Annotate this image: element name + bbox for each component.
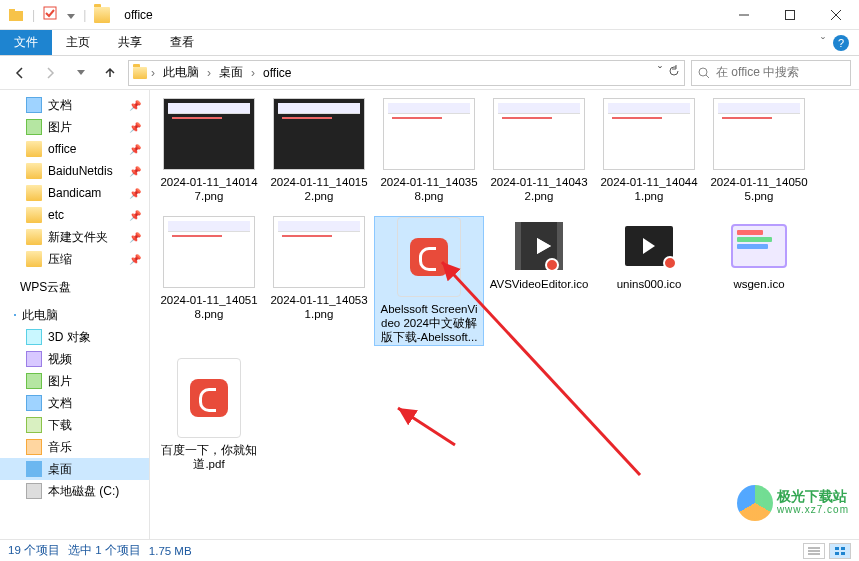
thumbnail (273, 216, 365, 288)
recent-dropdown[interactable] (68, 61, 92, 85)
sidebar-item[interactable]: 音乐 (0, 436, 149, 458)
sidebar-item[interactable]: 视频 (0, 348, 149, 370)
tab-home[interactable]: 主页 (52, 30, 104, 55)
file-label: 2024-01-11_140432.png (487, 174, 591, 204)
sidebar-item[interactable]: BaiduNetdis📌 (0, 160, 149, 182)
sidebar-item-label: 下载 (48, 417, 72, 434)
tab-share[interactable]: 共享 (104, 30, 156, 55)
file-pane[interactable]: 2024-01-11_140147.png2024-01-11_140152.p… (150, 90, 859, 539)
sidebar-item[interactable]: Bandicam📌 (0, 182, 149, 204)
sidebar-item-label: 3D 对象 (48, 329, 91, 346)
addr-folder-icon (133, 67, 147, 79)
sidebar-wps[interactable]: WPS云盘 (0, 276, 149, 298)
pdf-icon (177, 358, 241, 438)
svg-rect-4 (786, 10, 795, 19)
sidebar-item[interactable]: 文档📌 (0, 94, 149, 116)
thumbnail (603, 98, 695, 170)
folder-icon (26, 207, 42, 223)
item-icon (26, 461, 42, 477)
crumb-pc[interactable]: 此电脑 (159, 61, 203, 85)
sidebar-item-label: 压缩 (48, 251, 72, 268)
back-button[interactable] (8, 61, 32, 85)
pin-icon: 📌 (129, 100, 141, 111)
file-item[interactable]: 2024-01-11_140432.png (484, 98, 594, 204)
folder-icon (26, 185, 42, 201)
file-item[interactable]: 百度一下，你就知道.pdf (154, 358, 264, 472)
view-details-button[interactable] (803, 543, 825, 559)
pin-icon: 📌 (129, 122, 141, 133)
item-icon (26, 329, 42, 345)
qat-dropdown-icon[interactable] (65, 8, 75, 22)
minimize-button[interactable] (721, 0, 767, 30)
view-icons-button[interactable] (829, 543, 851, 559)
watermark: 极光下载站 www.xz7.com (737, 485, 849, 521)
sidebar-item[interactable]: 图片📌 (0, 116, 149, 138)
sidebar-item[interactable]: 文档 (0, 392, 149, 414)
close-button[interactable] (813, 0, 859, 30)
address-bar[interactable]: › 此电脑 › 桌面 › office ˇ (128, 60, 685, 86)
watermark-url: www.xz7.com (777, 503, 849, 517)
file-item[interactable]: 2024-01-11_140147.png (154, 98, 264, 204)
chevron-right-icon[interactable]: › (251, 66, 255, 80)
file-item[interactable]: 2024-01-11_140152.png (264, 98, 374, 204)
forward-button[interactable] (38, 61, 62, 85)
file-label: 2024-01-11_140518.png (157, 292, 261, 322)
sidebar-item-label: 文档 (48, 395, 72, 412)
file-item[interactable]: AVSVideoEditor.ico (484, 216, 594, 346)
search-box[interactable]: 在 office 中搜索 (691, 60, 851, 86)
ribbon-expand-icon[interactable]: ˇ (821, 36, 825, 50)
sidebar-item-label: 图片 (48, 373, 72, 390)
sidebar-item[interactable]: 3D 对象 (0, 326, 149, 348)
item-icon (26, 483, 42, 499)
svg-line-8 (706, 75, 709, 78)
sidebar-item-label: 视频 (48, 351, 72, 368)
help-icon[interactable]: ? (833, 35, 849, 51)
file-item[interactable]: 2024-01-11_140505.png (704, 98, 814, 204)
sidebar-item[interactable]: 图片 (0, 370, 149, 392)
sidebar-item[interactable]: 压缩📌 (0, 248, 149, 270)
app-icon (727, 216, 791, 276)
qat-sep: | (32, 8, 35, 22)
tab-file[interactable]: 文件 (0, 30, 52, 55)
svg-point-7 (699, 68, 707, 76)
sidebar-item-label: 新建文件夹 (48, 229, 108, 246)
file-label: 2024-01-11_140505.png (707, 174, 811, 204)
file-item[interactable]: Abelssoft ScreenVideo 2024中文破解版下载-Abelss… (374, 216, 484, 346)
svg-rect-17 (841, 552, 845, 555)
file-item[interactable]: 2024-01-11_140531.png (264, 216, 374, 346)
sidebar-item[interactable]: 新建文件夹📌 (0, 226, 149, 248)
chevron-right-icon[interactable]: › (207, 66, 211, 80)
sidebar-pc[interactable]: 此电脑 (0, 304, 149, 326)
watermark-title: 极光下载站 (777, 489, 849, 503)
qat-checkbox-icon[interactable] (43, 6, 57, 23)
file-item[interactable]: 2024-01-11_140441.png (594, 98, 704, 204)
file-item[interactable]: 2024-01-11_140358.png (374, 98, 484, 204)
file-label: 2024-01-11_140147.png (157, 174, 261, 204)
file-item[interactable]: unins000.ico (594, 216, 704, 346)
sidebar-item[interactable]: office📌 (0, 138, 149, 160)
maximize-button[interactable] (767, 0, 813, 30)
sidebar-item[interactable]: etc📌 (0, 204, 149, 226)
chevron-right-icon[interactable]: › (151, 66, 155, 80)
file-item[interactable]: wsgen.ico (704, 216, 814, 346)
sidebar-item[interactable]: 桌面 (0, 458, 149, 480)
file-label: 百度一下，你就知道.pdf (157, 442, 261, 472)
sidebar-item[interactable]: 本地磁盘 (C:) (0, 480, 149, 502)
thumbnail (493, 98, 585, 170)
window-title: office (124, 8, 152, 22)
qat-sep2: | (83, 8, 86, 22)
pin-icon: 📌 (129, 232, 141, 243)
svg-rect-15 (841, 547, 845, 550)
app-icon (617, 216, 681, 276)
sidebar-item[interactable]: 下载 (0, 414, 149, 436)
addr-dropdown-icon[interactable]: ˇ (658, 65, 662, 80)
pc-icon (14, 314, 16, 316)
file-item[interactable]: 2024-01-11_140518.png (154, 216, 264, 346)
refresh-icon[interactable] (668, 65, 680, 80)
crumb-office[interactable]: office (259, 61, 295, 85)
pin-icon: 📌 (129, 166, 141, 177)
tab-view[interactable]: 查看 (156, 30, 208, 55)
file-label: 2024-01-11_140441.png (597, 174, 701, 204)
crumb-desktop[interactable]: 桌面 (215, 61, 247, 85)
up-button[interactable] (98, 61, 122, 85)
